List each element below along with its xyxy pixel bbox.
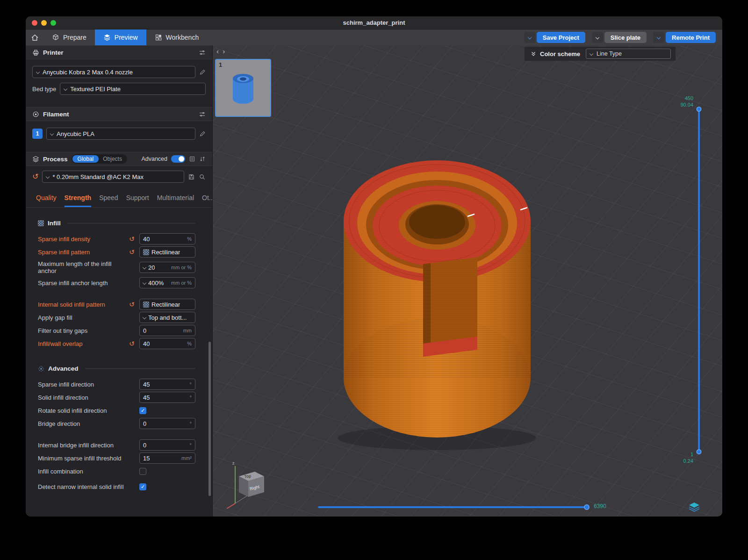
pattern-icon [143,302,149,308]
filter-tiny-gaps-input[interactable]: 0mm [139,325,195,336]
layer-slider-bottom-handle[interactable] [697,449,702,454]
infill-combination-checkbox[interactable]: ✓ [139,468,146,475]
infill-group-title: Infill [48,220,61,227]
save-preset-button[interactable] [188,173,195,180]
reset-icon[interactable]: ↺ [129,301,135,308]
chevron-down-icon [527,36,531,39]
save-project-dropdown-button[interactable] [524,32,535,43]
search-preset-button[interactable] [199,173,206,180]
step-slider-value: 6390 [594,503,606,510]
preset-row: ↺ * 0.20mm Standard @AC K2 Max [26,166,212,185]
reset-icon[interactable]: ↺ [129,340,135,347]
orientation-gizmo[interactable]: z Top Right [221,459,266,510]
reset-icon[interactable]: ↺ [129,249,135,255]
sparse-infill-pattern-select[interactable]: Rectilinear [139,246,195,258]
filament-section-header: Filament [26,107,212,121]
infill-anchor-length-select[interactable]: 400%mm or % [139,277,195,288]
setting-row: Sparse infill direction 45° [38,379,195,390]
tab-preview[interactable]: Preview [95,29,146,45]
tab-prepare[interactable]: Prepare [43,29,95,45]
process-preset-select[interactable]: * 0.20mm Standard @AC K2 Max [42,171,184,183]
setting-row: Sparse infill anchor length 400%mm or % [38,277,195,288]
advanced-group: Advanced Sparse infill direction 45° Sol… [38,365,195,495]
printer-settings-button[interactable] [199,49,206,56]
plate-thumbnail[interactable]: 1 [215,59,271,117]
tab-quality[interactable]: Quality [36,194,57,207]
advanced-toggle[interactable] [171,155,185,163]
tab-other[interactable]: Ot... [202,194,213,207]
bridge-direction-input[interactable]: 0° [139,418,195,429]
layer-slider-top-handle[interactable] [697,107,702,112]
sparse-infill-density-input[interactable]: 40% [139,233,195,244]
infill-wall-overlap-input[interactable]: 40% [139,338,195,349]
bed-type-select[interactable]: Textured PEI Plate [60,83,206,95]
home-button[interactable] [26,29,43,45]
setting-row: Internal bridge infill direction 0° [38,439,195,451]
reset-icon[interactable]: ↺ [129,236,135,242]
infill-anchor-max-length-select[interactable]: 20mm or % [139,262,195,273]
plate-number: 1 [219,61,222,68]
min-sparse-infill-threshold-input[interactable]: 15mm² [139,452,195,464]
layers-view-button[interactable] [689,502,700,514]
advanced-group-title: Advanced [48,365,79,372]
chevron-down-icon [143,281,146,285]
sparse-infill-direction-input[interactable]: 45° [139,379,195,390]
settings-scroll-area[interactable]: Infill Sparse infill density ↺ 40% Spars… [26,208,212,517]
chevron-down-icon [590,52,593,56]
setting-label: Filter out tiny gaps [38,327,129,334]
rotate-solid-infill-checkbox[interactable]: ✓ [139,407,146,414]
preset-transfer-button[interactable] [199,156,206,162]
layer-slider-max-labels: 450 90.04 [665,95,693,108]
tab-multimaterial[interactable]: Multimaterial [157,194,194,207]
filament-select[interactable]: Anycubic PLA [46,128,195,140]
minimize-window-button[interactable] [41,20,47,26]
sidebar-scrollbar[interactable] [209,342,211,496]
save-project-button[interactable]: Save Project [537,32,585,43]
slice-plate-dropdown-button[interactable] [592,32,603,43]
solid-infill-direction-input[interactable]: 45° [139,392,195,403]
filament-icon [32,111,39,118]
advanced-toggle-label: Advanced [141,156,167,162]
setting-label: Bridge direction [38,420,129,427]
remote-print-dropdown-button[interactable] [653,32,664,43]
preset-reset-icon[interactable]: ↺ [32,173,38,180]
color-scheme-label: Color scheme [540,50,580,57]
search-icon [199,173,206,180]
zoom-window-button[interactable] [50,20,56,26]
setting-row: Infill/wall overlap ↺ 40% [38,338,195,349]
home-icon [31,34,39,42]
pencil-icon [199,130,206,137]
detect-narrow-solid-infill-checkbox[interactable]: ✓ [139,483,146,490]
setting-row: Bridge direction 0° [38,418,195,429]
color-scheme-bar: Color scheme Line Type [525,47,676,61]
filament-slot-badge: 1 [32,129,43,139]
sidebar-collapse-control[interactable]: ‹ › [216,47,226,55]
layer-slider[interactable] [698,109,700,452]
traffic-lights [32,20,56,26]
internal-solid-infill-pattern-select[interactable]: Rectilinear [139,299,195,310]
plate-thumbnail-model [216,60,270,116]
edit-printer-button[interactable] [199,69,206,75]
close-window-button[interactable] [32,20,37,26]
scope-objects-button[interactable]: Objects [99,155,126,163]
setting-row: Internal solid infill pattern ↺ Rectilin… [38,299,195,310]
tab-support[interactable]: Support [126,194,149,207]
filament-settings-button[interactable] [199,111,206,118]
step-slider[interactable] [318,506,587,508]
slice-plate-group: Slice plate [592,32,647,43]
printer-select[interactable]: Anycubic Kobra 2 Max 0.4 nozzle [32,66,195,78]
apply-gap-fill-select[interactable]: Top and bott... [139,312,195,323]
viewport-3d[interactable]: ‹ › 1 Color scheme [213,45,722,517]
internal-bridge-direction-input[interactable]: 0° [139,439,195,451]
tab-workbench[interactable]: Workbench [146,29,208,45]
scope-global-button[interactable]: Global [72,155,99,163]
setting-label: Infill combination [38,468,129,475]
color-scheme-select[interactable]: Line Type [586,49,671,59]
slice-plate-button[interactable]: Slice plate [604,32,647,43]
tab-speed[interactable]: Speed [99,194,118,207]
remote-print-button[interactable]: Remote Print [666,32,716,43]
edit-filament-button[interactable] [199,130,206,137]
preset-list-button[interactable] [189,156,195,162]
step-slider-handle[interactable] [584,504,590,510]
tab-strength[interactable]: Strength [65,194,92,207]
